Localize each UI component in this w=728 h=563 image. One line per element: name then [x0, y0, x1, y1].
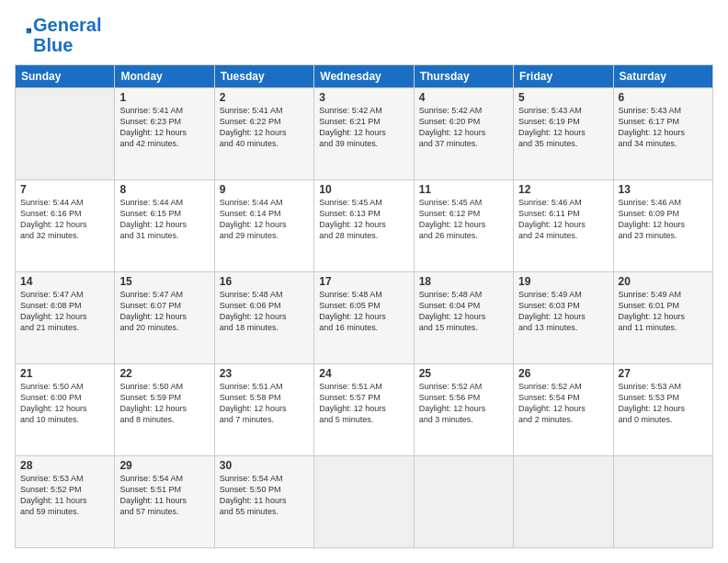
calendar-cell-3-4: 25Sunrise: 5:52 AM Sunset: 5:56 PM Dayli…: [414, 364, 513, 456]
logo: General Blue: [15, 15, 101, 55]
weekday-header-monday: Monday: [115, 65, 214, 88]
day-info: Sunrise: 5:43 AM Sunset: 6:19 PM Dayligh…: [518, 105, 608, 150]
day-info: Sunrise: 5:52 AM Sunset: 5:56 PM Dayligh…: [419, 381, 508, 426]
calendar-cell-0-3: 3Sunrise: 5:42 AM Sunset: 6:21 PM Daylig…: [314, 88, 414, 180]
calendar-cell-3-2: 23Sunrise: 5:51 AM Sunset: 5:58 PM Dayli…: [214, 364, 313, 456]
calendar-cell-1-5: 12Sunrise: 5:46 AM Sunset: 6:11 PM Dayli…: [514, 180, 613, 272]
weekday-header-tuesday: Tuesday: [214, 65, 313, 88]
day-number: 22: [119, 367, 209, 380]
day-number: 30: [220, 459, 309, 472]
day-number: 12: [518, 183, 608, 196]
day-info: Sunrise: 5:42 AM Sunset: 6:21 PM Dayligh…: [319, 105, 408, 150]
day-info: Sunrise: 5:43 AM Sunset: 6:17 PM Dayligh…: [619, 105, 708, 150]
day-info: Sunrise: 5:54 AM Sunset: 5:51 PM Dayligh…: [119, 473, 209, 518]
day-info: Sunrise: 5:41 AM Sunset: 6:22 PM Dayligh…: [220, 105, 309, 150]
day-number: 20: [619, 275, 708, 288]
header: General Blue: [15, 15, 713, 55]
calendar-cell-1-0: 7Sunrise: 5:44 AM Sunset: 6:16 PM Daylig…: [16, 180, 115, 272]
day-info: Sunrise: 5:47 AM Sunset: 6:08 PM Dayligh…: [20, 289, 109, 334]
day-info: Sunrise: 5:54 AM Sunset: 5:50 PM Dayligh…: [220, 473, 309, 518]
day-number: 21: [20, 367, 109, 380]
calendar-page: General Blue SundayMondayTuesdayWednesda…: [0, 0, 728, 563]
calendar-cell-1-6: 13Sunrise: 5:46 AM Sunset: 6:09 PM Dayli…: [613, 180, 712, 272]
logo-line2: Blue: [33, 35, 101, 55]
calendar-cell-2-2: 16Sunrise: 5:48 AM Sunset: 6:06 PM Dayli…: [214, 272, 313, 364]
day-info: Sunrise: 5:44 AM Sunset: 6:16 PM Dayligh…: [20, 197, 109, 242]
weekday-header-friday: Friday: [514, 65, 613, 88]
calendar-cell-0-6: 6Sunrise: 5:43 AM Sunset: 6:17 PM Daylig…: [613, 88, 712, 180]
day-info: Sunrise: 5:50 AM Sunset: 6:00 PM Dayligh…: [20, 381, 109, 426]
weekday-header-sunday: Sunday: [16, 65, 115, 88]
day-number: 10: [319, 183, 408, 196]
calendar-cell-4-3: [314, 456, 414, 548]
day-info: Sunrise: 5:46 AM Sunset: 6:11 PM Dayligh…: [518, 197, 608, 242]
logo-line1: General: [33, 15, 101, 35]
day-info: Sunrise: 5:46 AM Sunset: 6:09 PM Dayligh…: [619, 197, 708, 242]
calendar-cell-0-1: 1Sunrise: 5:41 AM Sunset: 6:23 PM Daylig…: [115, 88, 214, 180]
day-info: Sunrise: 5:51 AM Sunset: 5:57 PM Dayligh…: [319, 381, 408, 426]
calendar-cell-3-0: 21Sunrise: 5:50 AM Sunset: 6:00 PM Dayli…: [16, 364, 115, 456]
day-number: 11: [419, 183, 508, 196]
day-number: 9: [220, 183, 309, 196]
calendar-cell-1-4: 11Sunrise: 5:45 AM Sunset: 6:12 PM Dayli…: [414, 180, 513, 272]
calendar-cell-2-3: 17Sunrise: 5:48 AM Sunset: 6:05 PM Dayli…: [314, 272, 414, 364]
day-number: 7: [20, 183, 109, 196]
calendar-cell-2-5: 19Sunrise: 5:49 AM Sunset: 6:03 PM Dayli…: [514, 272, 613, 364]
logo-icon: [15, 27, 31, 43]
calendar-cell-3-1: 22Sunrise: 5:50 AM Sunset: 5:59 PM Dayli…: [115, 364, 214, 456]
day-info: Sunrise: 5:45 AM Sunset: 6:13 PM Dayligh…: [319, 197, 408, 242]
week-row-1: 7Sunrise: 5:44 AM Sunset: 6:16 PM Daylig…: [16, 180, 713, 272]
day-info: Sunrise: 5:47 AM Sunset: 6:07 PM Dayligh…: [119, 289, 209, 334]
day-info: Sunrise: 5:44 AM Sunset: 6:15 PM Dayligh…: [119, 197, 209, 242]
day-number: 27: [619, 367, 708, 380]
calendar-cell-1-2: 9Sunrise: 5:44 AM Sunset: 6:14 PM Daylig…: [214, 180, 313, 272]
calendar-table: SundayMondayTuesdayWednesdayThursdayFrid…: [15, 64, 713, 548]
calendar-cell-4-5: [514, 456, 613, 548]
day-number: 18: [419, 275, 508, 288]
day-number: 19: [518, 275, 608, 288]
day-info: Sunrise: 5:51 AM Sunset: 5:58 PM Dayligh…: [220, 381, 309, 426]
day-info: Sunrise: 5:53 AM Sunset: 5:52 PM Dayligh…: [20, 473, 109, 518]
calendar-cell-4-4: [414, 456, 513, 548]
day-info: Sunrise: 5:50 AM Sunset: 5:59 PM Dayligh…: [119, 381, 209, 426]
day-number: 24: [319, 367, 408, 380]
day-info: Sunrise: 5:42 AM Sunset: 6:20 PM Dayligh…: [419, 105, 508, 150]
day-number: 26: [518, 367, 608, 380]
week-row-2: 14Sunrise: 5:47 AM Sunset: 6:08 PM Dayli…: [16, 272, 713, 364]
day-info: Sunrise: 5:45 AM Sunset: 6:12 PM Dayligh…: [419, 197, 508, 242]
calendar-cell-3-6: 27Sunrise: 5:53 AM Sunset: 5:53 PM Dayli…: [613, 364, 712, 456]
day-number: 8: [119, 183, 209, 196]
day-number: 3: [319, 91, 408, 104]
calendar-cell-1-3: 10Sunrise: 5:45 AM Sunset: 6:13 PM Dayli…: [314, 180, 414, 272]
calendar-cell-1-1: 8Sunrise: 5:44 AM Sunset: 6:15 PM Daylig…: [115, 180, 214, 272]
week-row-4: 28Sunrise: 5:53 AM Sunset: 5:52 PM Dayli…: [16, 456, 713, 548]
day-info: Sunrise: 5:49 AM Sunset: 6:03 PM Dayligh…: [518, 289, 608, 334]
calendar-cell-4-0: 28Sunrise: 5:53 AM Sunset: 5:52 PM Dayli…: [16, 456, 115, 548]
day-number: 15: [119, 275, 209, 288]
day-number: 14: [20, 275, 109, 288]
day-number: 5: [518, 91, 608, 104]
calendar-cell-2-1: 15Sunrise: 5:47 AM Sunset: 6:07 PM Dayli…: [115, 272, 214, 364]
day-number: 17: [319, 275, 408, 288]
day-number: 23: [220, 367, 309, 380]
day-number: 6: [619, 91, 708, 104]
day-info: Sunrise: 5:48 AM Sunset: 6:06 PM Dayligh…: [220, 289, 309, 334]
weekday-header-saturday: Saturday: [613, 65, 712, 88]
week-row-0: 1Sunrise: 5:41 AM Sunset: 6:23 PM Daylig…: [16, 88, 713, 180]
calendar-cell-2-0: 14Sunrise: 5:47 AM Sunset: 6:08 PM Dayli…: [16, 272, 115, 364]
day-info: Sunrise: 5:44 AM Sunset: 6:14 PM Dayligh…: [220, 197, 309, 242]
calendar-cell-4-2: 30Sunrise: 5:54 AM Sunset: 5:50 PM Dayli…: [214, 456, 313, 548]
day-info: Sunrise: 5:41 AM Sunset: 6:23 PM Dayligh…: [119, 105, 209, 150]
day-number: 1: [119, 91, 209, 104]
day-number: 2: [220, 91, 309, 104]
weekday-header-row: SundayMondayTuesdayWednesdayThursdayFrid…: [16, 65, 713, 88]
day-number: 13: [619, 183, 708, 196]
calendar-cell-4-1: 29Sunrise: 5:54 AM Sunset: 5:51 PM Dayli…: [115, 456, 214, 548]
week-row-3: 21Sunrise: 5:50 AM Sunset: 6:00 PM Dayli…: [16, 364, 713, 456]
calendar-cell-0-0: [16, 88, 115, 180]
calendar-cell-3-3: 24Sunrise: 5:51 AM Sunset: 5:57 PM Dayli…: [314, 364, 414, 456]
calendar-cell-3-5: 26Sunrise: 5:52 AM Sunset: 5:54 PM Dayli…: [514, 364, 613, 456]
day-info: Sunrise: 5:48 AM Sunset: 6:05 PM Dayligh…: [319, 289, 408, 334]
calendar-cell-2-6: 20Sunrise: 5:49 AM Sunset: 6:01 PM Dayli…: [613, 272, 712, 364]
weekday-header-wednesday: Wednesday: [314, 65, 414, 88]
